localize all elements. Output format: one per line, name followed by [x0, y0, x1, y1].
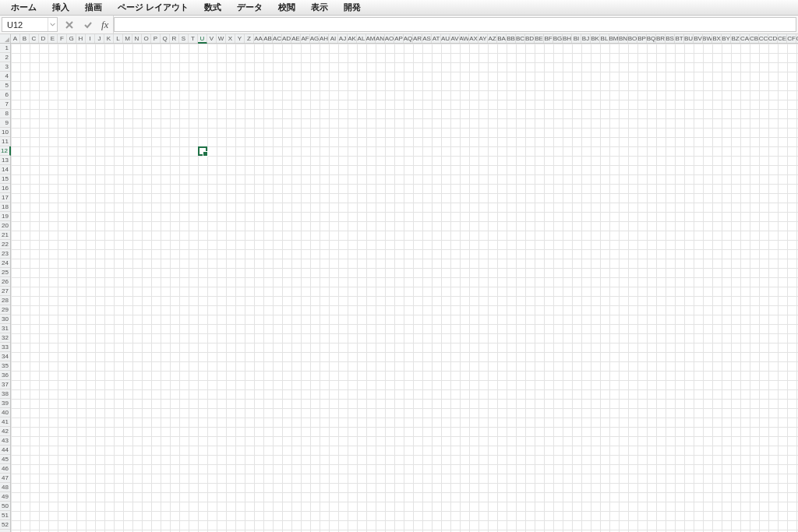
row-header[interactable]: 11: [0, 137, 10, 146]
column-header[interactable]: AD: [282, 34, 291, 43]
row-header[interactable]: 16: [0, 184, 10, 193]
row-header[interactable]: 45: [0, 455, 10, 464]
column-header[interactable]: J: [95, 34, 104, 43]
column-header[interactable]: AN: [376, 34, 385, 43]
column-header[interactable]: BB: [507, 34, 516, 43]
column-header[interactable]: AP: [394, 34, 404, 43]
row-header[interactable]: 12: [0, 146, 11, 156]
column-header[interactable]: AU: [441, 34, 450, 43]
row-header[interactable]: 27: [0, 287, 10, 296]
column-header[interactable]: AK: [348, 34, 357, 43]
column-header[interactable]: BQ: [647, 34, 656, 43]
column-header[interactable]: BR: [656, 34, 666, 43]
column-header[interactable]: N: [132, 34, 142, 43]
row-header[interactable]: 3: [0, 62, 10, 72]
row-header[interactable]: 23: [0, 249, 10, 259]
column-header[interactable]: H: [76, 34, 86, 43]
column-header[interactable]: U: [198, 34, 207, 44]
column-header[interactable]: AG: [310, 34, 320, 43]
row-header[interactable]: 46: [0, 464, 10, 474]
column-header[interactable]: M: [123, 34, 132, 43]
row-header[interactable]: 33: [0, 343, 10, 352]
column-header[interactable]: AC: [273, 34, 282, 43]
column-header[interactable]: Q: [161, 34, 170, 43]
column-header[interactable]: F: [58, 34, 67, 43]
row-header[interactable]: 26: [0, 277, 10, 287]
column-header[interactable]: AX: [469, 34, 478, 43]
column-header[interactable]: BN: [619, 34, 628, 43]
row-header[interactable]: 20: [0, 221, 10, 231]
column-headers[interactable]: ABCDEFGHIJKLMNOPQRSTUVWXYZAAABACADAEAFAG…: [11, 34, 798, 44]
row-header[interactable]: 38: [0, 389, 10, 399]
column-header[interactable]: L: [114, 34, 123, 43]
column-header[interactable]: O: [142, 34, 151, 43]
column-header[interactable]: D: [39, 34, 48, 43]
row-header[interactable]: 19: [0, 212, 10, 221]
row-header[interactable]: 51: [0, 511, 10, 520]
row-header[interactable]: 8: [0, 109, 10, 118]
row-header[interactable]: 21: [0, 231, 10, 240]
row-header[interactable]: 24: [0, 259, 10, 268]
cells-area[interactable]: [11, 44, 798, 532]
column-header[interactable]: W: [217, 34, 226, 43]
column-header[interactable]: BY: [722, 34, 731, 43]
row-header[interactable]: 52: [0, 520, 10, 530]
row-header[interactable]: 47: [0, 474, 10, 483]
name-box-dropdown-icon[interactable]: [48, 18, 57, 31]
column-header[interactable]: B: [20, 34, 30, 43]
row-header[interactable]: 31: [0, 324, 10, 333]
column-header[interactable]: E: [48, 34, 58, 43]
menu-formulas[interactable]: 数式: [204, 2, 221, 13]
row-header[interactable]: 10: [0, 128, 10, 137]
column-header[interactable]: BL: [600, 34, 609, 43]
column-header[interactable]: BG: [553, 34, 563, 43]
row-header[interactable]: 2: [0, 53, 10, 62]
column-header[interactable]: G: [67, 34, 76, 43]
column-header[interactable]: BM: [609, 34, 619, 43]
column-header[interactable]: BH: [563, 34, 572, 43]
row-header[interactable]: 40: [0, 408, 10, 417]
column-header[interactable]: AQ: [404, 34, 413, 43]
menu-developer[interactable]: 開発: [344, 2, 361, 13]
column-header[interactable]: CF: [787, 34, 796, 43]
row-header[interactable]: 32: [0, 333, 10, 343]
row-header[interactable]: 4: [0, 72, 10, 81]
select-all-corner[interactable]: [0, 34, 11, 44]
column-header[interactable]: BA: [497, 34, 507, 43]
column-header[interactable]: AL: [357, 34, 366, 43]
row-header[interactable]: 28: [0, 296, 10, 305]
menu-home[interactable]: ホーム: [11, 2, 37, 13]
column-header[interactable]: AM: [366, 34, 376, 43]
column-header[interactable]: BC: [516, 34, 525, 43]
column-header[interactable]: BD: [525, 34, 535, 43]
row-header[interactable]: 36: [0, 371, 10, 380]
column-header[interactable]: BU: [684, 34, 694, 43]
row-header[interactable]: 15: [0, 174, 10, 184]
column-header[interactable]: K: [104, 34, 114, 43]
column-header[interactable]: A: [11, 34, 20, 43]
column-header[interactable]: AA: [254, 34, 263, 43]
column-header[interactable]: BI: [572, 34, 581, 43]
name-box[interactable]: U12: [2, 17, 58, 32]
column-header[interactable]: BZ: [731, 34, 740, 43]
column-header[interactable]: S: [179, 34, 189, 43]
column-header[interactable]: AW: [460, 34, 469, 43]
row-headers[interactable]: 1234567891011121314151617181920212223242…: [0, 44, 11, 532]
column-header[interactable]: CA: [740, 34, 750, 43]
confirm-icon[interactable]: [81, 18, 95, 32]
column-header[interactable]: Z: [245, 34, 254, 43]
column-header[interactable]: BW: [703, 34, 712, 43]
column-header[interactable]: BS: [666, 34, 675, 43]
column-header[interactable]: AI: [329, 34, 338, 43]
row-header[interactable]: 17: [0, 193, 10, 203]
column-header[interactable]: BE: [535, 34, 544, 43]
menu-page-layout[interactable]: ページ レイアウト: [118, 2, 189, 13]
menu-data[interactable]: データ: [237, 2, 263, 13]
column-header[interactable]: BO: [628, 34, 637, 43]
row-header[interactable]: 41: [0, 417, 10, 427]
column-header[interactable]: AY: [478, 34, 488, 43]
row-header[interactable]: 35: [0, 361, 10, 371]
row-header[interactable]: 49: [0, 492, 10, 502]
name-box-value[interactable]: U12: [2, 20, 48, 30]
column-header[interactable]: I: [86, 34, 95, 43]
